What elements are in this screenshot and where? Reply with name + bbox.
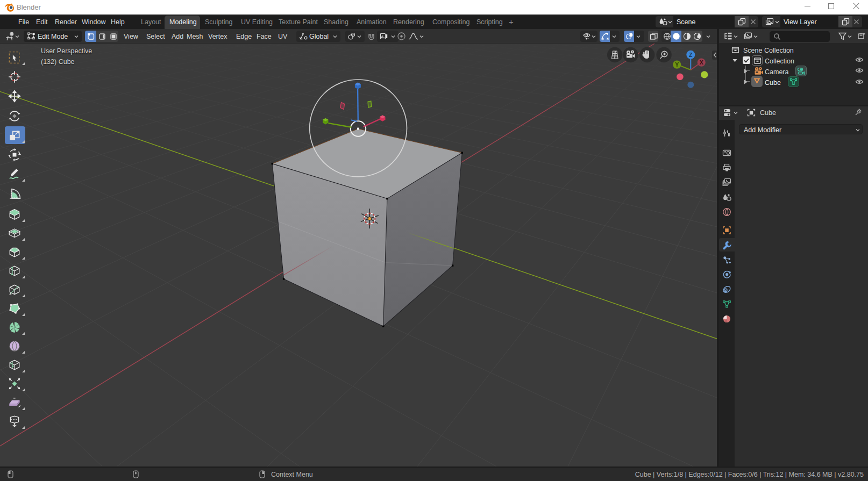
svg-text:Y: Y [675, 61, 679, 68]
svg-text:X: X [700, 59, 703, 66]
svg-text:Z: Z [689, 52, 693, 58]
